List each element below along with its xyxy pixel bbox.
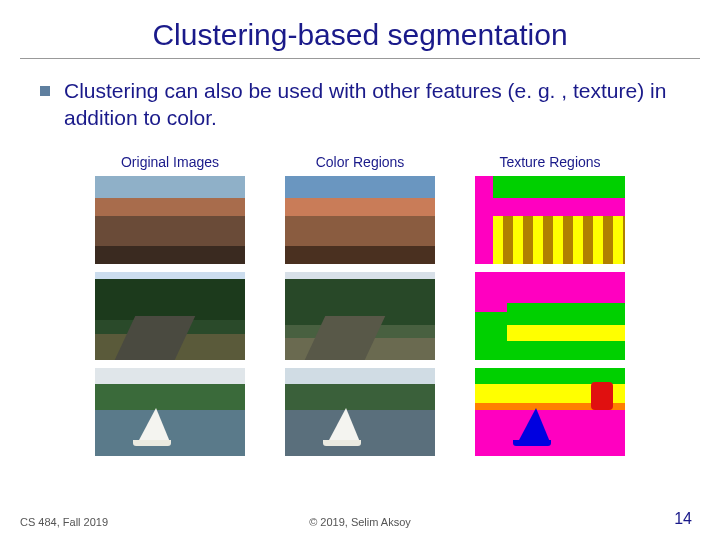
grid-row-2 <box>95 272 625 360</box>
grid-row-3 <box>95 368 625 456</box>
body-text: Clustering can also be used with other f… <box>64 77 680 132</box>
col-header-texture: Texture Regions <box>475 154 625 170</box>
footer-copyright: © 2019, Selim Aksoy <box>0 516 720 528</box>
img-sailboat-color-regions <box>285 368 435 456</box>
img-sailboat-original <box>95 368 245 456</box>
img-sailboat-texture-regions <box>475 368 625 456</box>
grid-row-1 <box>95 176 625 264</box>
body-paragraph: Clustering can also be used with other f… <box>0 77 720 132</box>
title-divider <box>20 58 700 59</box>
img-building-original <box>95 176 245 264</box>
img-forest-original <box>95 272 245 360</box>
img-building-texture-regions <box>475 176 625 264</box>
img-building-color-regions <box>285 176 435 264</box>
image-grid <box>0 176 720 456</box>
img-forest-color-regions <box>285 272 435 360</box>
img-forest-texture-regions <box>475 272 625 360</box>
bullet-icon <box>40 86 50 96</box>
slide-footer: CS 484, Fall 2019 © 2019, Selim Aksoy 14 <box>0 510 720 528</box>
col-header-color: Color Regions <box>285 154 435 170</box>
column-headers: Original Images Color Regions Texture Re… <box>0 154 720 170</box>
col-header-original: Original Images <box>95 154 245 170</box>
slide-title: Clustering-based segmentation <box>0 0 720 58</box>
